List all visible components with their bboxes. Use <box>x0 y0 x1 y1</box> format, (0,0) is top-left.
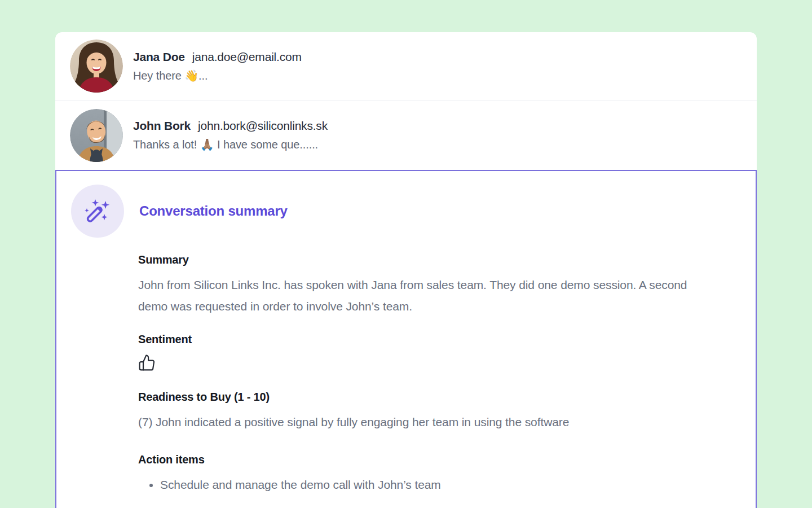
message-preview: Hey there 👋... <box>133 69 302 82</box>
conversation-thread: Jana Doe jana.doe@email.com Hey there 👋.… <box>55 32 757 508</box>
summary-section-heading: Summary <box>138 253 741 266</box>
sender-email: jana.doe@email.com <box>192 50 302 64</box>
sender-name: Jana Doe <box>133 50 185 64</box>
avatar-john-bork <box>70 109 123 162</box>
summary-panel-body: Summary John from Silicon Links Inc. has… <box>138 253 741 496</box>
summary-panel-title[interactable]: Conversation summary <box>139 203 288 219</box>
thumbs-up-icon <box>138 354 741 371</box>
action-items-list: Schedule and manage the demo call with J… <box>138 474 741 496</box>
magic-wand-icon <box>71 185 124 238</box>
action-items-section-heading: Action items <box>138 453 741 466</box>
sender-name: John Bork <box>133 119 191 133</box>
summary-panel-header: Conversation summary <box>71 185 741 238</box>
conversation-summary-panel: Conversation summary Summary John from S… <box>55 170 757 508</box>
message-list-item-jana[interactable]: Jana Doe jana.doe@email.com Hey there 👋.… <box>55 32 757 100</box>
readiness-section-heading: Readiness to Buy (1 - 10) <box>138 391 741 404</box>
message-meta: Jana Doe jana.doe@email.com Hey there 👋.… <box>133 50 302 82</box>
message-preview: Thanks a lot! 🙏🏽 I have some que...... <box>133 138 328 151</box>
sentiment-section-heading: Sentiment <box>138 333 741 346</box>
sender-email: john.bork@siliconlinks.sk <box>198 119 328 133</box>
avatar-jana-doe <box>70 40 123 93</box>
email-list: Jana Doe jana.doe@email.com Hey there 👋.… <box>55 32 757 170</box>
message-meta: John Bork john.bork@siliconlinks.sk Than… <box>133 119 328 151</box>
action-item: Schedule and manage the demo call with J… <box>160 474 741 496</box>
message-list-item-john[interactable]: John Bork john.bork@siliconlinks.sk Than… <box>55 100 757 170</box>
summary-section-body: John from Silicon Links Inc. has spoken … <box>138 274 702 317</box>
readiness-section-body: (7) John indicated a positive signal by … <box>138 411 702 433</box>
